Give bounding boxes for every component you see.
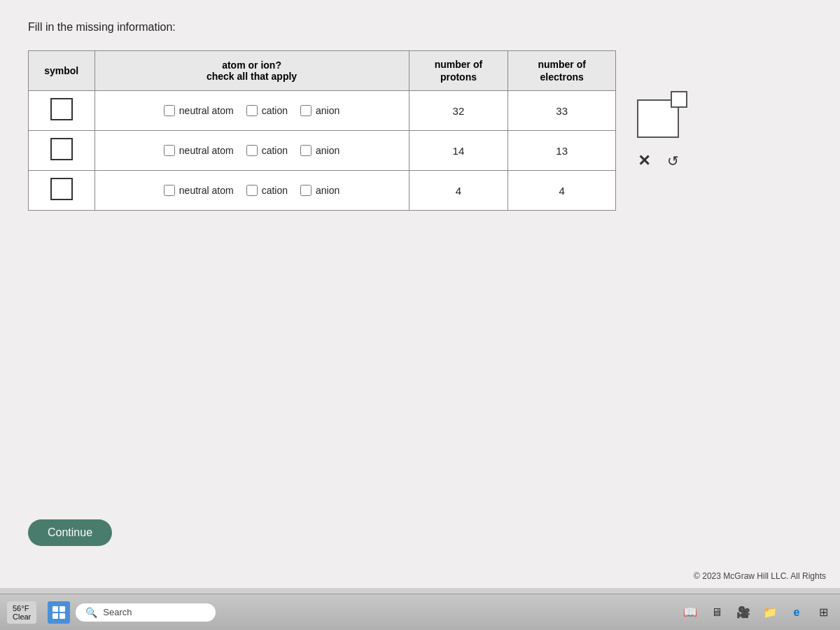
- atom-ion-cell-1: neutral atom cation anion: [94, 91, 409, 131]
- symbol-box-2: [50, 138, 73, 160]
- undo-icon[interactable]: ↺: [667, 153, 679, 169]
- cation-label-2[interactable]: cation: [246, 145, 288, 156]
- superscript-inner-box: [671, 91, 687, 108]
- taskbar-weather: 56°F Clear: [7, 601, 36, 624]
- taskbar-camera-icon[interactable]: 🎥: [734, 603, 753, 622]
- checkbox-group-3: neutral atom cation anion: [105, 185, 399, 196]
- protons-cell-2: 14: [409, 131, 508, 171]
- main-content: Fill in the missing information: symbol …: [0, 0, 840, 588]
- cation-label-3[interactable]: cation: [246, 185, 288, 196]
- anion-checkbox-3[interactable]: [300, 185, 312, 196]
- table-row: neutral atom cation anion: [29, 171, 616, 211]
- symbol-box-1: [50, 98, 73, 120]
- col-header-electrons: number of electrons: [508, 51, 616, 91]
- instruction: Fill in the missing information:: [28, 21, 812, 34]
- cation-checkbox-1[interactable]: [246, 105, 258, 116]
- protons-cell-1: 32: [409, 91, 508, 131]
- main-table: symbol atom or ion? check all that apply…: [28, 50, 616, 211]
- table-container: symbol atom or ion? check all that apply…: [28, 50, 812, 211]
- continue-button[interactable]: Continue: [28, 519, 112, 546]
- anion-checkbox-2[interactable]: [300, 145, 312, 156]
- symbol-cell-2: [29, 131, 95, 171]
- windows-logo-icon: [52, 606, 65, 619]
- table-row: neutral atom cation anion: [29, 131, 616, 171]
- anion-label-2[interactable]: anion: [300, 145, 340, 156]
- search-label: Search: [103, 607, 132, 617]
- symbol-cell-3: [29, 171, 95, 211]
- weather-temp: 56°F: [13, 604, 29, 612]
- anion-label-3[interactable]: anion: [300, 185, 340, 196]
- neutral-atom-label-3[interactable]: neutral atom: [164, 185, 234, 196]
- cation-label-1[interactable]: cation: [246, 105, 288, 116]
- checkbox-group-1: neutral atom cation anion: [105, 105, 399, 116]
- taskbar-edge-icon[interactable]: e: [787, 603, 806, 622]
- neutral-atom-checkbox-3[interactable]: [164, 185, 175, 196]
- atom-ion-cell-3: neutral atom cation anion: [94, 171, 409, 211]
- col-header-atom-ion: atom or ion? check all that apply: [94, 51, 409, 91]
- electrons-cell-2: 13: [508, 131, 616, 171]
- col-header-protons: number of protons: [409, 51, 508, 91]
- taskbar-icons: 📖 🖥 🎥 📁 e ⊞: [680, 603, 833, 622]
- cation-checkbox-3[interactable]: [246, 185, 258, 196]
- taskbar: 56°F Clear 🔍 Search 📖 🖥 🎥 📁 e ⊞: [0, 594, 840, 630]
- weather-desc: Clear: [13, 612, 31, 621]
- right-panel: ✕ ↺: [637, 50, 679, 170]
- protons-cell-3: 4: [409, 171, 508, 211]
- neutral-atom-label-1[interactable]: neutral atom: [164, 105, 234, 116]
- checkbox-group-2: neutral atom cation anion: [105, 145, 399, 156]
- col-header-symbol: symbol: [29, 51, 95, 91]
- symbol-cell-1: [29, 91, 95, 131]
- taskbar-apps-icon[interactable]: ⊞: [813, 603, 833, 622]
- neutral-atom-label-2[interactable]: neutral atom: [164, 145, 234, 156]
- anion-checkbox-1[interactable]: [300, 105, 312, 116]
- icon-row: ✕ ↺: [638, 152, 679, 170]
- superscript-box-container: [637, 99, 679, 138]
- taskbar-folder-icon[interactable]: 📁: [760, 603, 780, 622]
- close-icon[interactable]: ✕: [638, 152, 650, 170]
- table-row: neutral atom cation anion: [29, 91, 616, 131]
- atom-ion-cell-2: neutral atom cation anion: [94, 131, 409, 171]
- neutral-atom-checkbox-1[interactable]: [164, 105, 175, 116]
- symbol-box-3: [50, 178, 73, 200]
- cation-checkbox-2[interactable]: [246, 145, 258, 156]
- neutral-atom-checkbox-2[interactable]: [164, 145, 175, 156]
- copyright: © 2023 McGraw Hill LLC. All Rights: [694, 571, 826, 581]
- search-icon: 🔍: [85, 607, 97, 618]
- taskbar-monitor-icon[interactable]: 🖥: [707, 603, 727, 622]
- anion-label-1[interactable]: anion: [300, 105, 340, 116]
- electrons-cell-3: 4: [508, 171, 616, 211]
- start-button[interactable]: [48, 601, 70, 624]
- taskbar-book-icon[interactable]: 📖: [680, 603, 700, 622]
- electrons-cell-1: 33: [508, 91, 616, 131]
- taskbar-search[interactable]: 🔍 Search: [76, 603, 216, 622]
